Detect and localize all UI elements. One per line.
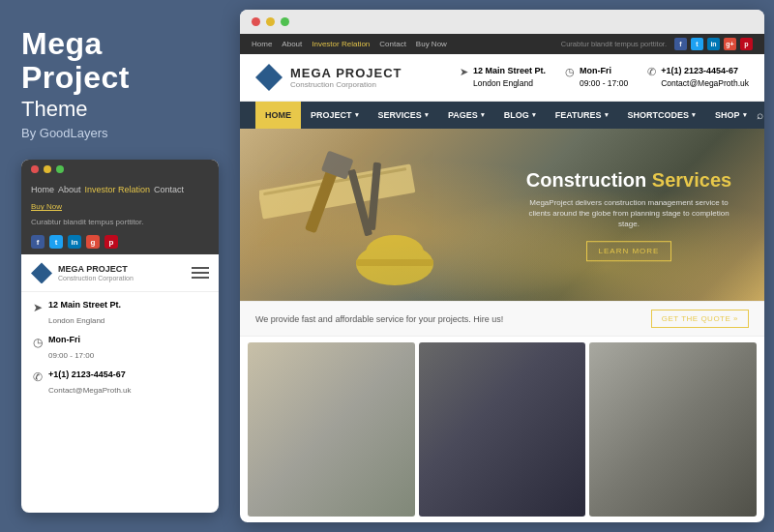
mobile-phone-row: ✆ +1(1) 2123-4454-67 Contact@MegaProth.u… — [33, 369, 207, 397]
browser-dot-yellow — [266, 17, 275, 26]
site-nav-items: HOME PROJECT ▾ SERVICES ▾ PAGES ▾ BLOG ▾… — [255, 102, 757, 129]
nav-pages[interactable]: PAGES ▾ — [438, 102, 494, 129]
topbar-contact[interactable]: Contact — [379, 40, 406, 48]
left-title: MegaProject Theme By GoodLayers — [21, 27, 219, 140]
topbar-home[interactable]: Home — [252, 40, 272, 48]
topbar-lorem: Curabtur blandit tempus porttitor. — [561, 40, 667, 48]
browser-mockup: Home About Investor Relation Contact Buy… — [240, 10, 764, 522]
dot-yellow — [44, 165, 51, 173]
nav-pages-arrow: ▾ — [481, 111, 485, 119]
ham-line-2 — [192, 272, 209, 274]
get-quote-button[interactable]: GET THE QUOTE » — [651, 310, 749, 328]
mobile-nav-about[interactable]: About — [58, 185, 81, 194]
topbar-social: f t in g+ p — [674, 38, 753, 50]
header-address-line: 12 Main Street Pt. — [473, 65, 546, 78]
topbar-nav: Home About Investor Relation Contact Buy… — [252, 40, 447, 48]
browser-dot-red — [252, 17, 260, 26]
nav-shop-arrow: ▾ — [743, 111, 747, 119]
mobile-email: Contact@MegaProth.uk — [48, 386, 132, 395]
header-hours-label: Mon-Fri — [580, 65, 628, 78]
thumbnail-2 — [419, 342, 586, 517]
clock-icon: ◷ — [33, 336, 43, 349]
topbar-buy[interactable]: Buy Now — [416, 40, 447, 48]
mobile-header: MEGA PROJECT Construction Corporation — [21, 254, 219, 292]
hero-cta-button[interactable]: LEARN MORE — [586, 241, 672, 261]
mobile-logo-sub: Construction Corporation — [58, 275, 134, 281]
mobile-nav-home[interactable]: Home — [31, 185, 54, 194]
header-email: Contact@MegaProth.uk — [661, 78, 749, 88]
twitter-icon[interactable]: t — [49, 235, 63, 249]
ham-line-1 — [192, 267, 209, 269]
nav-shortcodes[interactable]: SHORTCODES ▾ — [618, 102, 706, 129]
nav-features[interactable]: FEATURES ▾ — [546, 102, 618, 129]
topbar-about[interactable]: About — [282, 40, 302, 48]
topbar-twitter-icon[interactable]: t — [691, 38, 703, 50]
site-logo-icon — [255, 64, 283, 91]
nav-services[interactable]: SERVICES ▾ — [369, 102, 438, 129]
mobile-logo-name: MEGA PROJECT — [58, 264, 134, 275]
site-logo: MEGA PROJECT Construction Corporation — [255, 64, 402, 91]
quote-text: We provide fast and affordable service f… — [255, 314, 503, 324]
header-phone-num: +1(1) 2123-4454-67 — [661, 65, 749, 78]
svg-rect-8 — [356, 259, 433, 266]
topbar-googleplus-icon[interactable]: g+ — [724, 38, 736, 50]
mobile-info: ➤ 12 Main Street Pt. London England ◷ Mo… — [21, 292, 219, 404]
hero-title-plain: Construction — [526, 169, 646, 191]
nav-blog-arrow: ▾ — [532, 111, 536, 119]
topbar-pinterest-icon[interactable]: p — [740, 38, 753, 50]
phone-icon: ✆ — [33, 370, 43, 384]
site-topbar: Home About Investor Relation Contact Buy… — [240, 34, 764, 54]
pinterest-icon[interactable]: p — [104, 235, 118, 249]
site-logo-name: MEGA PROJECT — [290, 66, 402, 80]
mobile-top-bar — [21, 160, 219, 179]
ham-line-3 — [192, 277, 209, 279]
thumbnail-row — [240, 337, 764, 522]
mobile-nav-contact[interactable]: Contact — [154, 185, 184, 194]
nav-blog[interactable]: BLOG ▾ — [494, 102, 546, 129]
mobile-address: 12 Main Street Pt. — [48, 300, 121, 310]
hero-subtitle: MegaProject delivers construction manage… — [522, 197, 735, 230]
mobile-mockup: Home About Investor Relation Contact Buy… — [21, 160, 219, 513]
browser-chrome — [240, 10, 764, 34]
byline: By GoodLayers — [21, 126, 219, 140]
hero-title: Construction Services — [522, 168, 735, 192]
search-icon[interactable]: ⌕ — [757, 108, 763, 122]
topbar-investor[interactable]: Investor Relation — [312, 40, 370, 48]
mobile-address-row: ➤ 12 Main Street Pt. London England — [33, 300, 207, 327]
mobile-social: f t in g p — [21, 231, 219, 254]
mobile-nav: Home About Investor Relation Contact — [21, 179, 219, 200]
dot-green — [56, 165, 64, 173]
location-icon: ➤ — [33, 301, 43, 314]
thumbnail-3 — [589, 342, 757, 517]
logo-diamond-icon — [31, 262, 52, 283]
topbar-linkedin-icon[interactable]: in — [707, 38, 720, 50]
nav-home[interactable]: HOME — [255, 102, 301, 129]
mobile-phone: +1(1) 2123-4454-67 — [48, 369, 132, 379]
site-header: MEGA PROJECT Construction Corporation ➤ … — [240, 54, 764, 102]
mobile-nav-investor[interactable]: Investor Relation — [85, 185, 151, 194]
nav-shop[interactable]: SHOP ▾ — [705, 102, 757, 129]
quote-bar: We provide fast and affordable service f… — [240, 301, 764, 337]
theme-subtitle: Theme — [21, 97, 219, 122]
googleplus-icon[interactable]: g — [86, 235, 100, 249]
hero-title-highlight: Services — [652, 169, 731, 191]
mobile-logo: MEGA PROJECT Construction Corporation — [31, 262, 134, 283]
nav-project[interactable]: PROJECT ▾ — [301, 102, 369, 129]
theme-name: MegaProject — [21, 27, 219, 95]
facebook-icon[interactable]: f — [31, 235, 45, 249]
header-clock-icon: ◷ — [565, 66, 575, 78]
hero-section: Construction Services MegaProject delive… — [240, 129, 764, 301]
header-hours-time: 09:00 - 17:00 — [580, 78, 628, 88]
header-city: London England — [473, 78, 533, 88]
topbar-right: Curabtur blandit tempus porttitor. f t i… — [561, 38, 753, 50]
site-header-info: ➤ 12 Main Street Pt. London England ◷ Mo… — [460, 65, 749, 90]
dot-red — [31, 165, 39, 173]
hero-content: Construction Services MegaProject delive… — [522, 168, 735, 261]
mobile-hours-time: 09:00 - 17:00 — [48, 351, 94, 360]
mobile-city: London England — [48, 316, 104, 325]
mobile-hours-row: ◷ Mon-Fri 09:00 - 17:00 — [33, 335, 207, 362]
nav-shortcodes-arrow: ▾ — [692, 111, 696, 119]
topbar-facebook-icon[interactable]: f — [674, 38, 687, 50]
linkedin-icon[interactable]: in — [68, 235, 81, 249]
hamburger-menu[interactable] — [192, 267, 209, 279]
